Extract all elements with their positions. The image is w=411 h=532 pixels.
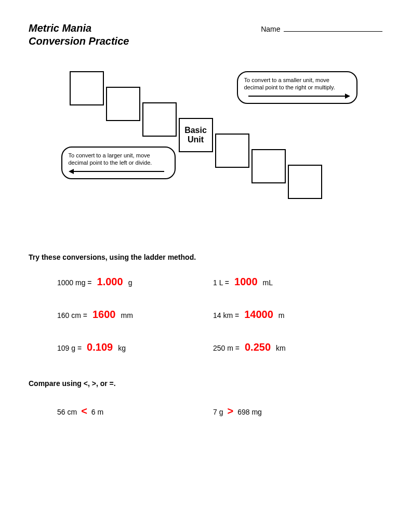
callout-smaller-unit: To convert to a smaller unit, move decim… xyxy=(237,71,357,104)
compare-row: 56 cm < 6 m 7 g > 698 mg xyxy=(57,405,382,417)
answer-unit: km xyxy=(276,344,286,352)
answer-unit: m xyxy=(279,311,285,320)
arrow-right-icon xyxy=(244,94,350,99)
answer-value: 1.000 xyxy=(97,276,123,288)
question-text: 1000 mg = xyxy=(57,278,92,287)
compare-right: 698 mg xyxy=(237,408,262,416)
conversion-cell: 1000 mg = 1.000 g xyxy=(57,276,213,288)
ladder-diagram: Basic Unit To convert to a smaller unit,… xyxy=(45,71,367,206)
question-text: 14 km = xyxy=(213,311,239,320)
conversion-row: 109 g = 0.109 kg 250 m = 0.250 km xyxy=(57,341,382,353)
title-line-2: Conversion Practice xyxy=(29,35,129,48)
ladder-box-3 xyxy=(142,102,177,137)
ladder-box-5 xyxy=(215,134,249,168)
answer-value: 1600 xyxy=(92,309,116,321)
compare-cell: 56 cm < 6 m xyxy=(57,405,213,417)
compare-left: 56 cm xyxy=(57,408,77,416)
compare-cell: 7 g > 698 mg xyxy=(213,405,369,417)
name-blank-line[interactable] xyxy=(284,31,382,32)
compare-heading: Compare using <, >, or =. xyxy=(29,379,382,388)
ladder-box-1 xyxy=(70,71,104,105)
question-text: 250 m = xyxy=(213,344,240,352)
compare-operator: > xyxy=(227,405,233,417)
name-label: Name xyxy=(261,25,280,33)
answer-value: 0.250 xyxy=(245,341,271,353)
compare-operator: < xyxy=(81,405,87,417)
ladder-box-6 xyxy=(251,149,286,183)
answer-unit: g xyxy=(128,278,132,287)
question-text: 160 cm = xyxy=(57,311,87,320)
callout-smaller-unit-text: To convert to a smaller unit, move decim… xyxy=(244,76,350,91)
compare-left: 7 g xyxy=(213,408,223,416)
answer-value: 1000 xyxy=(234,276,258,288)
question-text: 109 g = xyxy=(57,344,82,352)
answer-value: 0.109 xyxy=(87,341,113,353)
callout-larger-unit-text: To convert to a larger unit, move decima… xyxy=(69,152,168,167)
conversion-cell: 160 cm = 1600 mm xyxy=(57,309,213,321)
compare-right: 6 m xyxy=(91,408,103,416)
answer-value: 14000 xyxy=(244,309,273,321)
ladder-box-7 xyxy=(288,165,322,199)
answer-unit: mL xyxy=(263,278,273,287)
callout-larger-unit: To convert to a larger unit, move decima… xyxy=(61,147,176,179)
question-text: 1 L = xyxy=(213,278,229,287)
worksheet-title: Metric Mania Conversion Practice xyxy=(29,22,129,48)
conversions-heading: Try these conversions, using the ladder … xyxy=(29,253,382,261)
answer-unit: mm xyxy=(121,311,132,320)
conversion-row: 1000 mg = 1.000 g 1 L = 1000 mL xyxy=(57,276,382,288)
header: Metric Mania Conversion Practice Name xyxy=(29,22,382,48)
title-line-1: Metric Mania xyxy=(29,22,129,35)
arrow-left-icon xyxy=(69,169,168,174)
conversion-cell: 1 L = 1000 mL xyxy=(213,276,369,288)
basic-unit-label: Basic Unit xyxy=(184,126,207,144)
conversion-cell: 14 km = 14000 m xyxy=(213,309,369,321)
answer-unit: kg xyxy=(118,344,126,352)
conversions-grid: 1000 mg = 1.000 g 1 L = 1000 mL 160 cm =… xyxy=(57,276,382,353)
ladder-box-2 xyxy=(106,87,140,121)
compare-grid: 56 cm < 6 m 7 g > 698 mg xyxy=(57,405,382,417)
conversion-cell: 250 m = 0.250 km xyxy=(213,341,369,353)
conversion-row: 160 cm = 1600 mm 14 km = 14000 m xyxy=(57,309,382,321)
ladder-box-basic-unit: Basic Unit xyxy=(179,118,213,152)
conversion-cell: 109 g = 0.109 kg xyxy=(57,341,213,353)
name-field: Name xyxy=(261,24,382,34)
